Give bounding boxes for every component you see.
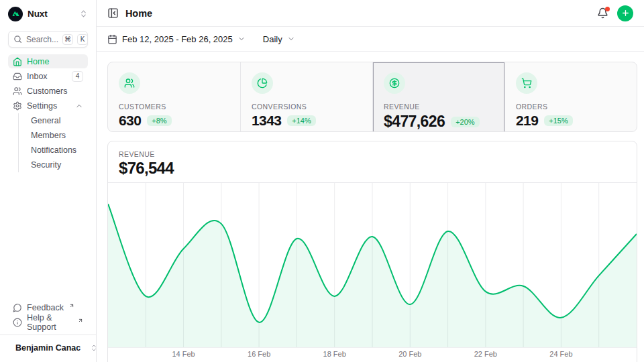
external-link-icon <box>78 318 83 323</box>
notification-dot <box>605 7 610 11</box>
revenue-area-chart[interactable] <box>108 183 637 348</box>
content: Customers 630 +8% Conversions 1343 +14% <box>97 52 644 362</box>
x-axis-label: 14 Feb <box>172 350 195 358</box>
stats-row: Customers 630 +8% Conversions 1343 +14% <box>107 62 637 132</box>
chart-metric-label: Revenue <box>119 150 626 158</box>
sidebar-item-general[interactable]: General <box>27 113 88 128</box>
footer-link-label: Help & Support <box>27 313 72 332</box>
home-icon <box>13 57 22 66</box>
kbd-k: K <box>77 34 88 45</box>
search-icon <box>13 35 22 44</box>
main-area: Home Feb 12, 2025 - Feb 26, 2025 <box>97 0 644 362</box>
filters-toolbar: Feb 12, 2025 - Feb 26, 2025 Daily <box>97 27 644 52</box>
add-button[interactable] <box>617 5 633 21</box>
page-title: Home <box>125 8 152 19</box>
nuxt-logo-icon <box>8 7 23 21</box>
stat-label: Customers <box>119 103 229 111</box>
stat-card-orders[interactable]: Orders 219 +15% <box>504 62 637 132</box>
sidebar-item-notifications[interactable]: Notifications <box>27 143 88 158</box>
chevrons-up-down-icon <box>79 9 88 18</box>
users-icon <box>13 86 22 96</box>
dashboard-app: Nuxt Search... ⌘ K Home <box>0 0 644 362</box>
date-range-value: Feb 12, 2025 - Feb 26, 2025 <box>122 34 233 44</box>
delta-badge: +8% <box>147 115 171 126</box>
sidebar: Nuxt Search... ⌘ K Home <box>0 0 97 362</box>
chevron-down-icon <box>287 35 295 43</box>
search-input[interactable]: Search... ⌘ K <box>8 31 88 48</box>
sidebar-item-customers[interactable]: Customers <box>8 84 88 98</box>
sidebar-item-members[interactable]: Members <box>27 128 88 143</box>
cart-icon <box>516 72 537 94</box>
stat-label: Conversions <box>252 103 362 111</box>
x-axis: 14 Feb16 Feb18 Feb20 Feb22 Feb24 Feb <box>108 348 637 362</box>
period-select[interactable]: Daily <box>263 34 295 44</box>
notifications-button[interactable] <box>597 7 608 19</box>
x-axis-label: 20 Feb <box>398 350 421 358</box>
chevron-up-icon <box>75 102 83 110</box>
user-name: Benjamin Canac <box>15 343 80 353</box>
pie-chart-icon <box>252 72 273 94</box>
date-range-picker[interactable]: Feb 12, 2025 - Feb 26, 2025 <box>107 34 246 44</box>
settings-sub-list: General Members Notifications Security <box>18 113 88 172</box>
collapse-sidebar-icon[interactable] <box>107 7 119 19</box>
footer-link-label: Feedback <box>27 303 64 312</box>
chevron-down-icon <box>237 35 246 43</box>
stat-value: 1343 <box>252 113 281 129</box>
search-placeholder: Search... <box>26 35 58 44</box>
calendar-icon <box>107 34 117 44</box>
help-support-link[interactable]: Help & Support <box>8 315 88 330</box>
sidebar-footer: Feedback Help & Support <box>0 300 96 330</box>
external-link-icon <box>69 303 74 308</box>
x-axis-label: 22 Feb <box>474 350 497 358</box>
message-bubble-icon <box>13 303 22 312</box>
delta-badge: +20% <box>451 117 479 127</box>
x-axis-label: 18 Feb <box>323 350 346 358</box>
workspace-switcher[interactable]: Nuxt <box>0 0 96 23</box>
stat-label: Revenue <box>384 103 494 111</box>
sidebar-item-settings[interactable]: Settings <box>8 99 88 113</box>
chart-metric-value: $76,544 <box>119 159 626 178</box>
chart-header: Revenue $76,544 <box>108 141 637 183</box>
period-value: Daily <box>263 34 282 44</box>
gear-icon <box>13 101 22 111</box>
sidebar-item-inbox[interactable]: Inbox 4 <box>8 69 88 83</box>
stat-label: Orders <box>516 103 626 111</box>
workspace-name: Nuxt <box>28 9 48 19</box>
sidebar-item-label: Home <box>27 57 49 66</box>
stat-value: 630 <box>119 113 141 129</box>
stat-card-conversions[interactable]: Conversions 1343 +14% <box>240 62 372 132</box>
kbd-meta: ⌘ <box>62 34 73 45</box>
users-icon <box>119 72 140 94</box>
stat-value: 219 <box>516 113 538 129</box>
sidebar-nav: Home Inbox 4 Customers Settings <box>0 54 96 172</box>
stat-card-revenue[interactable]: Revenue $477,626 +20% <box>372 62 504 132</box>
delta-badge: +15% <box>544 115 572 126</box>
page-header: Home <box>97 0 644 27</box>
dollar-circle-icon <box>384 72 405 94</box>
stat-card-customers[interactable]: Customers 630 +8% <box>108 62 240 132</box>
delta-badge: +14% <box>287 115 315 126</box>
x-axis-label: 24 Feb <box>549 350 572 358</box>
sidebar-user-section: Benjamin Canac <box>0 335 96 362</box>
sidebar-item-label: Settings <box>27 101 57 111</box>
user-menu[interactable]: Benjamin Canac <box>8 339 88 357</box>
stat-value: $477,626 <box>384 113 445 131</box>
sidebar-item-label: Customers <box>27 86 67 96</box>
inbox-icon <box>13 72 22 81</box>
x-axis-label: 16 Feb <box>248 350 270 358</box>
revenue-chart-card: Revenue $76,544 14 Feb16 Feb18 Feb20 Feb… <box>107 141 637 362</box>
sidebar-item-home[interactable]: Home <box>8 54 88 68</box>
sidebar-item-security[interactable]: Security <box>27 158 88 172</box>
info-circle-icon <box>13 318 22 327</box>
sidebar-item-label: Inbox <box>27 72 48 81</box>
inbox-count-badge: 4 <box>72 71 83 82</box>
